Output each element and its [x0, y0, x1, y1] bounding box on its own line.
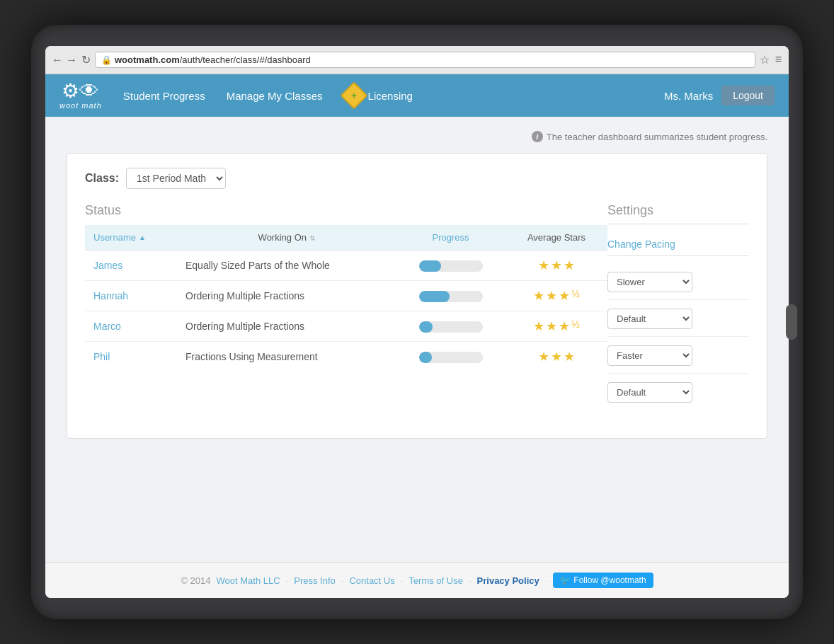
main-card: Class: 1st Period Math Status: [67, 153, 767, 439]
status-title: Status: [85, 203, 607, 218]
star-icon: ★: [546, 318, 557, 334]
footer-copyright: © 2014: [181, 575, 210, 586]
th-username[interactable]: Username ▲: [93, 232, 168, 243]
class-label: Class:: [85, 172, 119, 185]
pacing-select-james[interactable]: SlowerDefaultFaster: [607, 272, 692, 292]
progress-bar: [419, 352, 483, 363]
footer-terms[interactable]: Terms of Use: [409, 575, 463, 586]
th-working-on[interactable]: Working On ⇅: [177, 225, 396, 251]
student-username-james[interactable]: James: [85, 251, 177, 281]
student-stars: ★★★½: [505, 311, 607, 342]
progress-bar: [419, 260, 483, 272]
star-half-icon: ½: [571, 318, 580, 334]
student-progress: [396, 281, 505, 311]
student-working-on: Fractions Using Measurement: [177, 342, 396, 372]
footer-contact-us[interactable]: Contact Us: [349, 575, 394, 586]
logo: ⚙👁 woot math: [59, 81, 102, 110]
nav-links: Student Progress Manage My Classes + Lic…: [123, 86, 664, 105]
table-row: MarcoOrdering Multiple Fractions★★★½: [85, 311, 607, 342]
table-row: JamesEqually Sized Parts of the Whole★★★: [85, 251, 607, 281]
pacing-select-phil[interactable]: SlowerDefaultFaster: [607, 382, 692, 403]
star-icon: ★: [546, 288, 557, 304]
sort-arrow-icon: ▲: [139, 234, 146, 241]
url-text: wootmath.com/auth/teacher/class/#/dashbo…: [115, 54, 311, 65]
student-stars: ★★★½: [505, 281, 607, 311]
tablet-side-button: [786, 304, 797, 340]
th-progress: Progress: [396, 225, 505, 251]
star-icon: ★: [533, 288, 544, 304]
logo-gears: ⚙👁: [62, 81, 99, 101]
address-bar[interactable]: 🔒 wootmath.com/auth/teacher/class/#/dash…: [95, 52, 755, 68]
twitter-follow-button[interactable]: 🐦 Follow @wootmath: [553, 573, 653, 588]
forward-button[interactable]: →: [67, 55, 76, 65]
pacing-row: SlowerDefaultFaster: [607, 300, 749, 337]
nav-student-progress[interactable]: Student Progress: [123, 90, 205, 102]
table-row: HannahOrdering Multiple Fractions★★★½: [85, 281, 607, 311]
star-icon: ★: [551, 349, 562, 364]
logo-text: woot math: [59, 101, 102, 110]
star-icon: ★: [538, 258, 549, 273]
status-table: Username ▲ Working On ⇅: [85, 225, 607, 372]
nav-bar: ⚙👁 woot math Student Progress Manage My …: [45, 74, 789, 117]
info-icon: i: [532, 131, 543, 142]
menu-icon[interactable]: ≡: [775, 53, 782, 67]
footer-company[interactable]: Woot Math LLC: [217, 575, 280, 586]
browser-toolbar-icons: ☆ ≡: [760, 53, 782, 67]
footer-privacy[interactable]: Privacy Policy: [477, 575, 539, 586]
student-working-on: Ordering Multiple Fractions: [177, 311, 396, 342]
change-pacing-label: Change Pacing: [607, 231, 749, 256]
pacing-row: SlowerDefaultFaster: [607, 337, 749, 374]
licensing-label[interactable]: Licensing: [368, 90, 413, 102]
star-icon: ★: [564, 349, 575, 364]
progress-bar: [419, 321, 483, 333]
student-username-phil[interactable]: Phil: [85, 342, 177, 372]
student-progress: [396, 311, 505, 342]
nav-licensing[interactable]: + Licensing: [344, 86, 413, 105]
pacing-select-hannah[interactable]: SlowerDefaultFaster: [607, 309, 692, 329]
logout-button[interactable]: Logout: [721, 86, 775, 105]
back-button[interactable]: ←: [52, 55, 62, 65]
pacing-row: SlowerDefaultFaster: [607, 374, 749, 410]
student-progress: [396, 342, 505, 372]
refresh-button[interactable]: ↻: [81, 55, 91, 65]
url-domain: wootmath.com: [115, 54, 180, 65]
status-section: Status Username ▲: [85, 203, 607, 410]
pacing-row: SlowerDefaultFaster: [607, 263, 749, 300]
class-select[interactable]: 1st Period Math: [126, 168, 226, 189]
student-username-marco[interactable]: Marco: [85, 311, 177, 342]
star-icon: ★: [559, 288, 570, 304]
footer-press-info[interactable]: Press Info: [294, 575, 336, 586]
browser-chrome: ← → ↻ 🔒 wootmath.com/auth/teacher/class/…: [45, 46, 789, 74]
settings-title: Settings: [607, 203, 749, 224]
pacing-select-marco[interactable]: SlowerDefaultFaster: [607, 345, 692, 366]
student-username-hannah[interactable]: Hannah: [85, 281, 177, 311]
star-icon: ★: [538, 349, 549, 364]
table-row: PhilFractions Using Measurement★★★: [85, 342, 607, 372]
twitter-icon: 🐦: [560, 575, 571, 585]
student-working-on: Equally Sized Parts of the Whole: [177, 251, 396, 281]
user-name: Ms. Marks: [664, 90, 713, 102]
dashboard-info: i The teacher dashboard summarizes stude…: [67, 131, 767, 142]
nav-right: Ms. Marks Logout: [664, 86, 775, 105]
settings-section: Settings Change Pacing SlowerDefaultFast…: [607, 203, 749, 410]
student-stars: ★★★: [505, 342, 607, 372]
star-icon: ★: [533, 318, 544, 334]
progress-bar: [419, 291, 483, 302]
diamond-icon: +: [340, 81, 368, 110]
th-avg-stars: Average Stars: [505, 225, 607, 251]
secure-icon: 🔒: [101, 55, 112, 65]
twitter-label: Follow @wootmath: [573, 575, 646, 585]
star-icon: ★: [564, 258, 575, 273]
nav-manage-classes[interactable]: Manage My Classes: [227, 90, 323, 102]
star-icon: ★: [551, 258, 562, 273]
bookmark-icon[interactable]: ☆: [760, 53, 770, 67]
content-area: i The teacher dashboard summarizes stude…: [45, 117, 789, 562]
student-progress: [396, 251, 505, 281]
student-stars: ★★★: [505, 251, 607, 281]
class-selector: Class: 1st Period Math: [85, 168, 749, 189]
url-path: /auth/teacher/class/#/dashboard: [180, 54, 311, 65]
star-half-icon: ½: [571, 288, 580, 304]
footer: © 2014 Woot Math LLC · Press Info · Cont…: [45, 562, 789, 598]
star-icon: ★: [559, 318, 570, 334]
student-working-on: Ordering Multiple Fractions: [177, 281, 396, 311]
